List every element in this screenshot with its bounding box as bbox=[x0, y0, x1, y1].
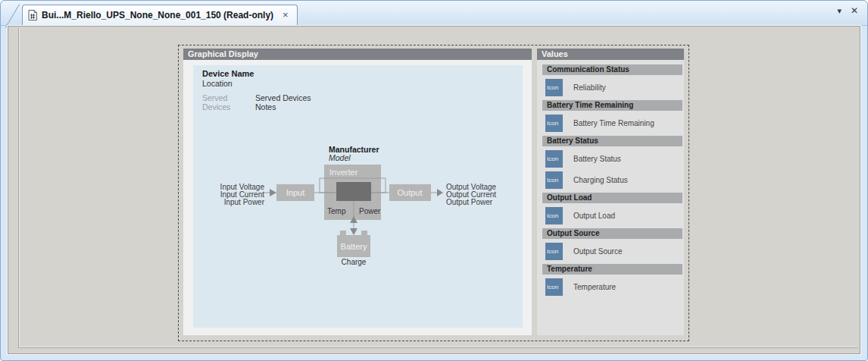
values-section-header: Output Load bbox=[542, 193, 682, 203]
value-label: Output Source bbox=[573, 247, 622, 256]
tab-strip-edge bbox=[5, 4, 20, 27]
value-label: Battery Status bbox=[573, 155, 621, 163]
value-label: Temperature bbox=[573, 283, 616, 291]
editor-window: Bui...M_Riello_UPS_None_None_001_150 (Re… bbox=[0, 0, 868, 361]
device-location-label: Location bbox=[202, 79, 311, 88]
document-grid-icon bbox=[28, 10, 37, 20]
value-icon-placeholder: Icon bbox=[545, 115, 563, 132]
tab-ups-template[interactable]: Bui...M_Riello_UPS_None_None_001_150 (Re… bbox=[22, 5, 298, 26]
tab-title: Bui...M_Riello_UPS_None_None_001_150 (Re… bbox=[42, 10, 273, 20]
values-section-header: Communication Status bbox=[542, 64, 682, 75]
notes-label: Notes bbox=[255, 102, 311, 111]
power-label: Power bbox=[359, 207, 381, 215]
input-arrow-icon bbox=[270, 189, 276, 196]
value-icon-placeholder: Icon bbox=[545, 278, 563, 296]
values-section: Battery Status Icon Battery Status Icon … bbox=[537, 136, 684, 189]
value-row[interactable]: Icon Output Source bbox=[545, 243, 684, 260]
values-section-header: Battery Status bbox=[542, 136, 682, 146]
value-row[interactable]: Icon Battery Time Remaining bbox=[545, 115, 684, 132]
device-graphic-area: Manufacturer Model Input Voltage Input C… bbox=[193, 65, 523, 328]
device-name-label: Device Name bbox=[202, 69, 311, 78]
value-icon-placeholder: Icon bbox=[545, 207, 563, 224]
graphical-display-header: Graphical Display bbox=[183, 49, 532, 60]
values-section: Battery Time Remaining Icon Battery Time… bbox=[537, 100, 684, 132]
value-label: Charging Status bbox=[573, 176, 628, 184]
value-label: Battery Time Remaining bbox=[573, 119, 654, 127]
input-box-label: Input bbox=[286, 188, 304, 197]
served-devices-value: Served Devices bbox=[255, 93, 311, 102]
battery-terminal-right bbox=[361, 231, 367, 235]
design-canvas: Graphical Display Manufacturer Model Inp… bbox=[8, 26, 860, 354]
values-section: Output Source Icon Output Source bbox=[537, 228, 684, 260]
values-section-header: Temperature bbox=[542, 264, 682, 275]
values-body: Communication Status Icon Reliability Ba… bbox=[537, 60, 684, 335]
input-power-label: Input Power bbox=[224, 198, 265, 206]
value-row[interactable]: Icon Temperature bbox=[545, 278, 684, 296]
value-icon-placeholder: Icon bbox=[545, 79, 563, 96]
tabbar-controls: ▾ ✕ bbox=[837, 6, 858, 15]
battery-terminal-left bbox=[340, 231, 346, 235]
output-power-label: Output Power bbox=[446, 198, 493, 206]
output-arrow-icon bbox=[437, 189, 443, 196]
value-row[interactable]: Icon Reliability bbox=[545, 79, 684, 96]
output-box-label: Output bbox=[397, 188, 422, 197]
value-icon-placeholder: Icon bbox=[545, 243, 563, 260]
values-section: Output Load Icon Output Load bbox=[537, 193, 684, 224]
tab-bar: Bui...M_Riello_UPS_None_None_001_150 (Re… bbox=[1, 1, 867, 26]
inverter-core bbox=[336, 182, 371, 201]
values-section-header: Battery Time Remaining bbox=[542, 100, 682, 111]
value-row[interactable]: Icon Charging Status bbox=[545, 171, 684, 189]
value-icon-placeholder: Icon bbox=[545, 171, 563, 189]
device-info-block: Device Name Location Served Devices Serv… bbox=[202, 69, 311, 111]
value-row[interactable]: Icon Output Load bbox=[545, 207, 684, 224]
values-section: Communication Status Icon Reliability bbox=[537, 64, 684, 96]
value-label: Reliability bbox=[573, 83, 606, 92]
graphical-display-panel: Graphical Display Manufacturer Model Inp… bbox=[183, 49, 532, 335]
charge-label: Charge bbox=[342, 258, 367, 266]
model-label: Model bbox=[329, 153, 351, 162]
battery-arrow-down-icon bbox=[350, 228, 358, 235]
values-panel-header: Values bbox=[537, 49, 684, 60]
served-devices-caption: Served Devices bbox=[202, 93, 255, 111]
battery-label: Battery bbox=[341, 242, 367, 251]
tab-list-dropdown-icon[interactable]: ▾ bbox=[837, 7, 841, 15]
value-row[interactable]: Icon Battery Status bbox=[545, 150, 684, 168]
window-close-icon[interactable]: ✕ bbox=[851, 6, 858, 15]
values-panel: Values Communication Status Icon Reliabi… bbox=[537, 49, 684, 335]
value-icon-placeholder: Icon bbox=[545, 150, 563, 168]
tab-close-icon[interactable]: × bbox=[281, 10, 290, 20]
inverter-label: Inverter bbox=[329, 168, 358, 177]
value-label: Output Load bbox=[573, 212, 615, 220]
values-section: Temperature Icon Temperature bbox=[537, 264, 684, 296]
values-section-header: Output Source bbox=[542, 228, 682, 239]
temp-label: Temp bbox=[327, 207, 346, 215]
graphical-display-body: Manufacturer Model Input Voltage Input C… bbox=[183, 60, 532, 335]
